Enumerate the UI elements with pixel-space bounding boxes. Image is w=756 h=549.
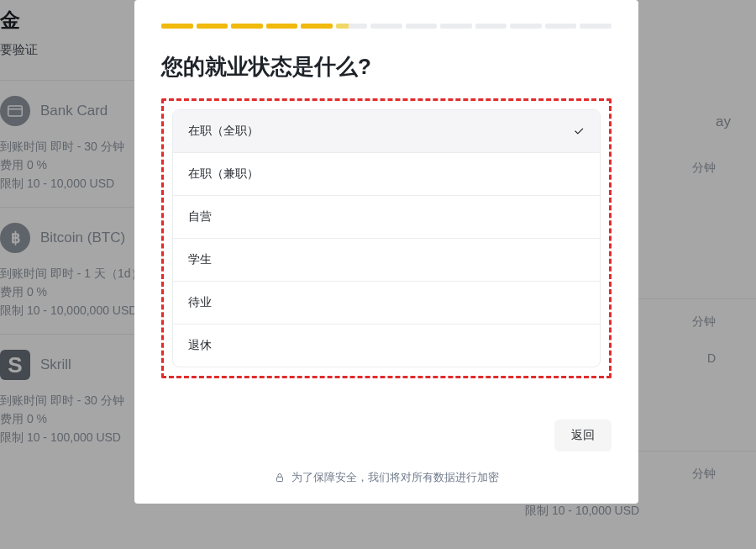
employment-option[interactable]: 学生 bbox=[173, 239, 600, 282]
option-label: 自营 bbox=[188, 209, 212, 224]
progress-bar bbox=[161, 24, 612, 29]
option-label: 待业 bbox=[188, 295, 212, 310]
employment-option[interactable]: 在职（兼职） bbox=[173, 153, 600, 196]
employment-option[interactable]: 待业 bbox=[173, 282, 600, 325]
check-icon bbox=[573, 125, 585, 137]
lock-icon bbox=[275, 472, 285, 483]
option-label: 学生 bbox=[188, 252, 212, 267]
security-notice: 为了保障安全，我们将对所有数据进行加密 bbox=[161, 470, 612, 485]
options-highlight-frame: 在职（全职）在职（兼职）自营学生待业退休 bbox=[161, 98, 612, 378]
modal-title: 您的就业状态是什么? bbox=[161, 52, 612, 82]
employment-status-modal: 您的就业状态是什么? 在职（全职）在职（兼职）自营学生待业退休 返回 为了保障安… bbox=[134, 0, 638, 504]
option-label: 退休 bbox=[188, 338, 212, 353]
security-text: 为了保障安全，我们将对所有数据进行加密 bbox=[291, 470, 499, 485]
back-button[interactable]: 返回 bbox=[554, 420, 612, 451]
svg-rect-2 bbox=[276, 478, 282, 482]
employment-option[interactable]: 自营 bbox=[173, 196, 600, 239]
option-label: 在职（兼职） bbox=[188, 166, 259, 182]
option-label: 在职（全职） bbox=[188, 124, 259, 139]
employment-option[interactable]: 退休 bbox=[173, 325, 600, 367]
employment-options-list: 在职（全职）在职（兼职）自营学生待业退休 bbox=[172, 109, 601, 367]
employment-option[interactable]: 在职（全职） bbox=[173, 110, 600, 153]
